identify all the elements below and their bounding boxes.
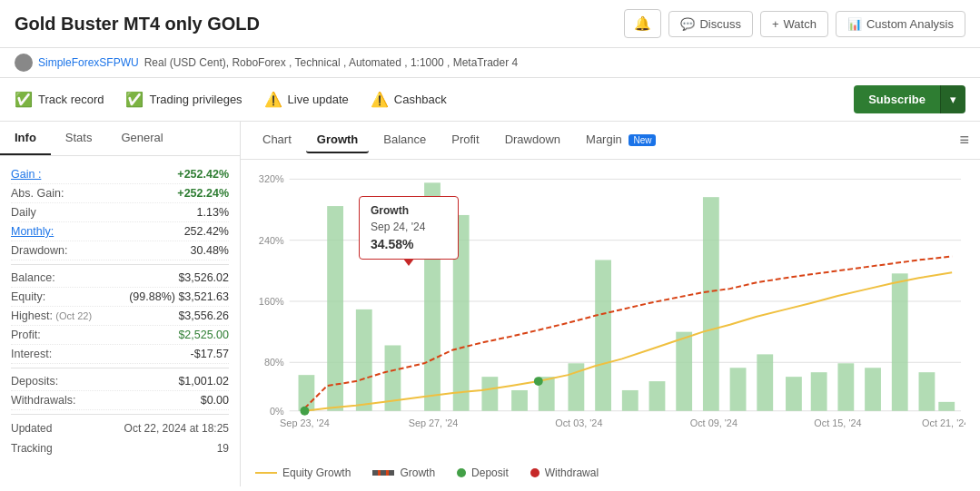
svg-text:Oct 03, '24: Oct 03, '24 [555,417,602,428]
svg-rect-29 [837,363,854,410]
tab-stats[interactable]: Stats [51,122,107,155]
withdrawals-value: $0.00 [201,394,229,407]
track-record-label: Track record [38,93,104,106]
warn-icon-2: ⚠️ [371,91,389,108]
user-link[interactable]: SimpleForexSFPWU [38,56,139,69]
chart-tab-drawdown[interactable]: Drawdown [494,127,571,153]
subheader: SimpleForexSFPWU Real (USD Cent), RoboFo… [0,48,980,78]
left-panel: Info Stats General Gain : +252.42% Abs. … [0,122,241,486]
svg-point-34 [300,407,309,416]
trading-privileges-label: Trading privileges [149,93,242,106]
svg-rect-26 [757,354,773,410]
monthly-label[interactable]: Monthly: [11,225,54,238]
legend-growth: Growth [372,466,435,479]
warn-icon: ⚠️ [264,91,282,108]
tooltip-arrow [403,259,414,266]
tracking-row: Tracking 19 [11,438,229,458]
left-tabs: Info Stats General [0,122,240,156]
svg-text:Sep 23, '24: Sep 23, '24 [280,417,330,428]
svg-rect-28 [811,372,827,411]
svg-text:Sep 27, '24: Sep 27, '24 [409,417,459,428]
discuss-button[interactable]: 💬 Discuss [668,11,753,37]
drawdown-value: 30.48% [191,244,229,257]
daily-label: Daily [11,206,36,219]
tracking-label: Tracking [11,442,53,455]
status-bar: ✅ Track record ✅ Trading privileges ⚠️ L… [0,78,980,122]
main-content: Info Stats General Gain : +252.42% Abs. … [0,122,980,486]
tab-info[interactable]: Info [0,122,51,155]
abs-gain-value: +252.24% [177,187,229,200]
svg-rect-23 [676,332,692,411]
interest-row: Interest: -$17.57 [11,345,229,364]
subheader-details: Real (USD Cent), RoboForex , Technical ,… [144,56,519,69]
chart-tab-chart[interactable]: Chart [252,127,302,153]
balance-row: Balance: $3,526.02 [11,269,229,288]
growth-label: Growth [400,466,435,479]
deposits-value: $1,001.02 [178,375,229,388]
svg-rect-22 [649,381,666,411]
profit-row: Profit: $2,525.00 [11,326,229,345]
tooltip-date: Sep 24, '24 [371,221,447,233]
svg-text:Oct 09, '24: Oct 09, '24 [690,417,737,428]
live-update-status: ⚠️ Live update [264,91,349,108]
cashback-label: Cashback [394,93,447,106]
interest-label: Interest: [11,348,52,360]
svg-rect-25 [730,368,747,411]
withdrawal-label: Withdrawal [545,466,599,479]
subscribe-button-group: Subscribe ▾ [854,85,965,113]
header-actions: 🔔 💬 Discuss + Watch 📊 Custom Analysis [624,9,965,38]
custom-analysis-button[interactable]: 📊 Custom Analysis [836,11,965,37]
chart-legend: Equity Growth Growth Deposit Withdrawal [241,459,980,486]
svg-rect-11 [327,206,343,411]
chart-area: Growth Sep 24, '24 34.58% 320% 240% 160%… [241,160,980,459]
tooltip-title: Growth [371,204,447,217]
svg-text:160%: 160% [259,296,284,307]
svg-point-35 [534,377,543,386]
watch-button[interactable]: + Watch [760,11,828,37]
right-panel: Chart Growth Balance Profit Drawdown Mar… [241,122,980,486]
chart-tab-profit[interactable]: Profit [441,127,490,153]
highest-value: $3,556.26 [178,309,229,322]
svg-text:240%: 240% [259,235,284,246]
check-icon: ✅ [15,91,33,108]
equity-growth-line [255,472,277,474]
svg-rect-21 [622,390,638,411]
chart-tab-margin[interactable]: Margin New [575,127,667,153]
gain-value: +252.42% [177,168,229,181]
track-record-status: ✅ Track record [15,91,104,108]
monthly-row: Monthly: 252.42% [11,222,229,241]
equity-value: (99.88%) $3,521.63 [129,290,229,303]
deposits-label: Deposits: [11,375,58,388]
svg-text:80%: 80% [264,357,284,368]
chart-tabs: Chart Growth Balance Profit Drawdown Mar… [241,122,980,160]
discuss-icon: 💬 [680,17,695,31]
deposits-row: Deposits: $1,001.02 [11,372,229,391]
legend-withdrawal: Withdrawal [530,466,599,479]
chart-tab-balance[interactable]: Balance [372,127,437,153]
subscribe-dropdown-button[interactable]: ▾ [940,85,965,113]
equity-label: Equity: [11,290,45,303]
updated-label: Updated [11,422,52,435]
cashback-status: ⚠️ Cashback [371,91,447,108]
svg-rect-27 [786,377,802,411]
svg-text:Oct 15, '24: Oct 15, '24 [814,417,861,428]
gain-row: Gain : +252.42% [11,165,229,184]
updated-value: Oct 22, 2024 at 18:25 [124,422,229,435]
profit-value: $2,525.00 [178,329,229,341]
profit-label: Profit: [11,329,41,341]
chart-tab-growth[interactable]: Growth [306,127,370,153]
svg-rect-20 [595,260,611,410]
balance-value: $3,526.02 [178,271,229,284]
tab-general[interactable]: General [106,122,177,155]
daily-row: Daily 1.13% [11,203,229,222]
live-update-label: Live update [288,93,349,106]
abs-gain-row: Abs. Gain: +252.24% [11,184,229,203]
highest-label: Highest: (Oct 22) [11,309,92,322]
bell-icon[interactable]: 🔔 [624,9,661,38]
tooltip-value: 34.58% [371,237,447,251]
subscribe-button[interactable]: Subscribe [854,85,940,113]
gain-label[interactable]: Gain : [11,168,41,181]
filter-icon[interactable]: ≡ [959,131,969,150]
equity-row: Equity: (99.88%) $3,521.63 [11,288,229,307]
svg-rect-24 [703,197,719,411]
